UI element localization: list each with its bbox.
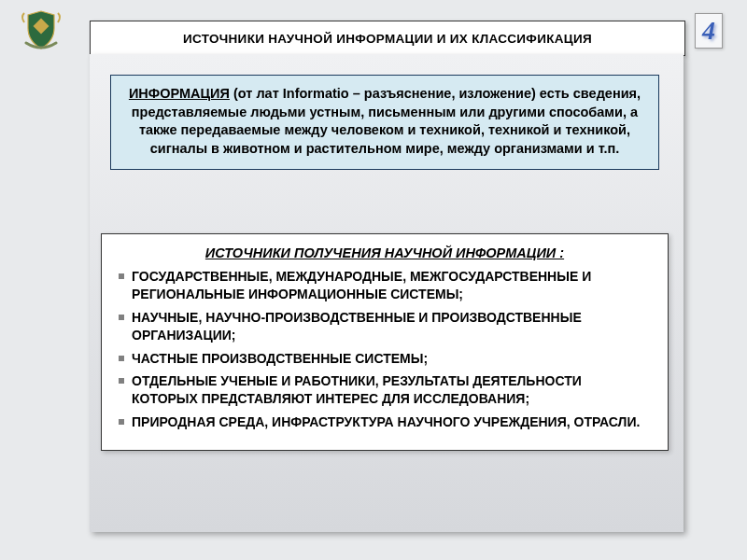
definition-lead: ИНФОРМАЦИЯ [129,86,230,101]
list-item: ОТДЕЛЬНЫЕ УЧЕНЫЕ И РАБОТНИКИ, РЕЗУЛЬТАТЫ… [119,372,651,408]
definition-box: ИНФОРМАЦИЯ (от лат Informatio – разъясне… [110,75,659,170]
emblem-icon [19,7,63,52]
content-panel: ИНФОРМАЦИЯ (от лат Informatio – разъясне… [90,54,684,532]
sources-heading: ИСТОЧНИКИ ПОЛУЧЕНИЯ НАУЧНОЙ ИНФОРМАЦИИ : [119,245,651,260]
page-number: 4 [702,16,715,46]
title-bar: ИСТОЧНИКИ НАУЧНОЙ ИНФОРМАЦИИ И ИХ КЛАССИ… [90,21,685,56]
sources-list: ГОСУДАРСТВЕННЫЕ, МЕЖДУНАРОДНЫЕ, МЕЖГОСУД… [119,268,651,431]
sources-box: ИСТОЧНИКИ ПОЛУЧЕНИЯ НАУЧНОЙ ИНФОРМАЦИИ :… [101,233,669,451]
list-item: ЧАСТНЫЕ ПРОИЗВОДСТВЕННЫЕ СИСТЕМЫ; [119,350,651,368]
list-item: ПРИРОДНАЯ СРЕДА, ИНФРАСТРУКТУРА НАУЧНОГО… [119,413,651,431]
page-number-badge: 4 [695,13,723,49]
list-item: ГОСУДАРСТВЕННЫЕ, МЕЖДУНАРОДНЫЕ, МЕЖГОСУД… [119,268,651,303]
list-item: НАУЧНЫЕ, НАУЧНО-ПРОИЗВОДСТВЕННЫЕ И ПРОИЗ… [119,309,651,344]
page-title: ИСТОЧНИКИ НАУЧНОЙ ИНФОРМАЦИИ И ИХ КЛАССИ… [183,32,592,46]
